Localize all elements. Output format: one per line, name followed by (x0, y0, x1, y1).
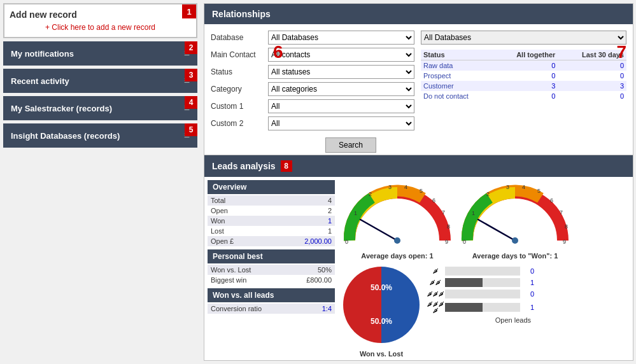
relationships-panel: Relationships Database All Databases Mai… (204, 3, 633, 160)
list-item: Open 2 (208, 206, 335, 216)
row-label: Open £ (208, 236, 267, 246)
search-button[interactable]: Search (325, 137, 376, 153)
main-contact-select[interactable]: All contacts (268, 48, 414, 62)
leads-body: Overview Total 4 Open 2 Won 1 Lost 1 Ope… (204, 177, 633, 361)
sidebar-badge-2: 2 (185, 41, 197, 54)
status-cell: Customer (421, 81, 494, 91)
big-number-6: 6 (273, 42, 283, 62)
svg-text:5: 5 (420, 188, 423, 194)
svg-text:6: 6 (432, 197, 435, 204)
svg-text:9: 9 (563, 239, 566, 245)
relationships-body: Database All Databases Main Contact All … (204, 24, 633, 159)
col-status: Status (421, 50, 494, 60)
custom1-label: Custom 1 (211, 102, 268, 111)
bar-fill (445, 303, 483, 312)
sidebar-badge-5: 5 (185, 123, 197, 136)
leads-header: Leads analysis 8 (204, 155, 633, 177)
add-record-badge: 1 (182, 4, 196, 18)
row-value: £800.00 (283, 275, 335, 285)
bar-value: 0 (521, 267, 534, 275)
bar-track (445, 303, 520, 312)
row-label: Won (208, 216, 267, 226)
sidebar-item-notifications[interactable]: My notifications ≡ 2 (3, 41, 197, 66)
custom1-row: Custom 1 All (211, 99, 414, 113)
bar-chart-container: 🌶 0 🌶🌶 1 🌶🌶🌶 0 🌶🌶🌶🌶 1 Open leads (426, 267, 534, 324)
sidebar-item-recent[interactable]: Recent activity ≡ 3 (3, 69, 197, 93)
sidebar-item-label: Insight Databases (records) (11, 131, 120, 141)
row-value: 1 (267, 226, 335, 236)
svg-text:1: 1 (354, 210, 357, 216)
all-cell: 0 (494, 60, 558, 71)
svg-text:7: 7 (442, 209, 445, 216)
status-row: Status All statuses (211, 65, 414, 79)
sidebar-item-label: My Salestracker (records) (11, 104, 112, 113)
add-record-link[interactable]: + Click here to add a new record (10, 23, 191, 32)
add-record-title: Add new record (10, 10, 77, 20)
all-cell: 0 (494, 91, 558, 101)
list-item: Conversion ratio 1:4 (208, 304, 335, 314)
row-value: 1 (267, 216, 335, 226)
svg-text:3: 3 (506, 184, 509, 190)
leads-badge: 8 (281, 160, 292, 172)
left-panel: Add new record 1 + Click here to add a n… (0, 0, 201, 364)
sidebar-item-insight[interactable]: Insight Databases (records) ≡ 5 (3, 123, 197, 148)
rel-form: Database All Databases Main Contact All … (211, 31, 414, 153)
list-item: Open £ 2,000.00 (208, 236, 335, 246)
add-record-box: Add new record 1 + Click here to add a n… (3, 3, 197, 38)
list-item: Total 4 (208, 195, 335, 206)
status-cell: Raw data (421, 60, 494, 71)
status-cell: Prospect (421, 71, 494, 81)
gauge1-container: 0 1 2 3 4 5 6 7 8 9 10 Average days ope (340, 180, 455, 260)
svg-text:5: 5 (537, 188, 541, 194)
main-contact-label: Main Contact (211, 50, 268, 59)
relationships-header: Relationships (204, 4, 633, 24)
sidebar-item-label: Recent activity (11, 76, 69, 86)
database-select[interactable]: All Databases (268, 31, 414, 45)
category-row: Category All categories (211, 82, 414, 96)
list-item: Lost 1 (208, 226, 335, 236)
status-cell: Do not contact (421, 91, 494, 101)
bar-chart-title: Open leads (426, 316, 534, 324)
pie-label: Won vs. Lost (340, 350, 423, 358)
bar-icon: 🌶🌶🌶 (426, 291, 445, 297)
svg-text:8: 8 (447, 223, 450, 230)
gauge2-label: Average days to "Won": 1 (458, 252, 572, 260)
bar-chart: 🌶 0 🌶🌶 1 🌶🌶🌶 0 🌶🌶🌶🌶 1 (426, 267, 534, 314)
last30-cell: 3 (558, 81, 626, 91)
bar-row: 🌶🌶🌶 0 (426, 290, 534, 298)
last30-cell: 0 (558, 71, 626, 81)
row-value: 50% (283, 265, 335, 275)
gauge1-label: Average days open: 1 (340, 252, 455, 260)
row-label: Conversion ratio (208, 304, 307, 314)
pie-container: 50.0% 50.0% Won vs. Lost (340, 263, 423, 358)
category-select[interactable]: All categories (268, 82, 414, 96)
stats-table: Status All together Last 30 days Raw dat… (421, 50, 626, 101)
row-value: 1:4 (307, 304, 335, 314)
row-value: 2,000.00 (267, 236, 335, 246)
bar-track (445, 290, 520, 298)
svg-text:3: 3 (388, 184, 392, 190)
all-cell: 0 (494, 71, 558, 81)
gauge2-container: 0 1 2 3 4 5 6 7 8 9 Average days to "Won… (458, 180, 572, 260)
row-value: 4 (267, 195, 335, 206)
stats-top-select[interactable]: All Databases (421, 31, 626, 45)
bar-row: 🌶🌶🌶🌶 1 (426, 301, 534, 314)
status-select[interactable]: All statuses (268, 65, 414, 79)
main-contact-row: Main Contact All contacts (211, 48, 414, 62)
svg-point-12 (394, 237, 400, 244)
custom1-select[interactable]: All (268, 99, 414, 113)
svg-text:9: 9 (445, 239, 448, 245)
table-row: Raw data 0 0 (421, 60, 626, 71)
bar-track (445, 278, 520, 287)
won-vs-all-table: Conversion ratio 1:4 (208, 304, 335, 314)
sidebar-badge-4: 4 (185, 96, 197, 109)
sidebar-item-salestracker[interactable]: My Salestracker (records) ≡ 4 (3, 96, 197, 120)
svg-text:2: 2 (369, 191, 372, 197)
svg-text:6: 6 (550, 197, 553, 204)
svg-line-11 (360, 220, 397, 241)
leads-panel: Leads analysis 8 Overview Total 4 Open 2… (204, 155, 633, 361)
bar-value: 1 (521, 304, 534, 311)
bar-track (445, 267, 520, 276)
custom2-select[interactable]: All (268, 116, 414, 130)
relationships-title: Relationships (212, 9, 271, 19)
